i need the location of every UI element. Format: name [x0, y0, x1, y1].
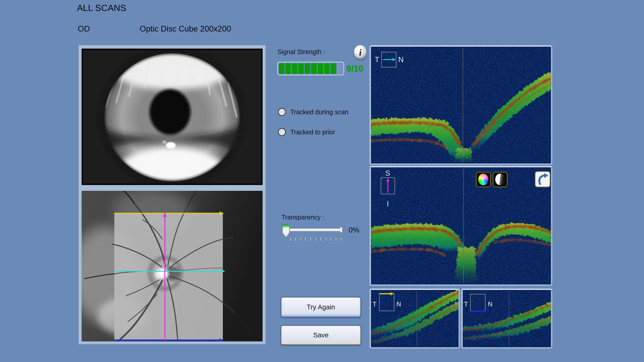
signal-segment	[292, 63, 297, 74]
slider-tick	[320, 238, 321, 241]
transparency-slider-ticks	[290, 238, 341, 241]
signal-segment	[311, 63, 317, 74]
rotate-icon	[536, 172, 550, 187]
tracked-to-prior-option[interactable]: Tracked to prior	[278, 128, 335, 136]
contrast-button[interactable]	[493, 172, 508, 187]
try-again-button[interactable]: Try Again	[281, 297, 361, 317]
tracked-to-prior-label: Tracked to prior	[290, 129, 335, 136]
eye-laterality-label: OD	[78, 24, 90, 33]
fundus-image[interactable]	[82, 191, 262, 342]
slider-tick	[295, 238, 296, 241]
transparency-value: 0%	[348, 226, 359, 234]
orientation-temporal-label: T	[372, 301, 376, 308]
horizontal-bscan-viewport[interactable]: T N	[370, 45, 552, 165]
signal-segment	[318, 63, 323, 74]
fundus-graphic	[82, 191, 262, 342]
scan-type-label: Optic Disc Cube 200x200	[140, 24, 231, 33]
signal-segment	[279, 63, 284, 74]
acquisition-image-panel	[78, 45, 266, 344]
vertical-bscan-viewport[interactable]: S I	[370, 166, 552, 286]
transparency-slider-track[interactable]	[290, 228, 342, 231]
signal-strength-label: Signal Strength :	[278, 48, 325, 55]
oct-review-screen: { "window": { "background": "#6a8ab8", "…	[0, 0, 644, 362]
iris-camera-image	[82, 48, 262, 185]
inferior-bscan-graphic: T N	[463, 290, 551, 347]
slider-tick	[330, 238, 331, 241]
tracked-during-scan-label: Tracked during scan	[290, 108, 348, 116]
orientation-superior-label: S	[385, 169, 390, 177]
orientation-temporal-label: T	[375, 55, 379, 64]
color-wheel-icon	[478, 174, 488, 185]
contrast-icon	[495, 174, 505, 185]
signal-segment	[298, 63, 304, 74]
signal-segment	[285, 63, 291, 74]
transparency-label: Transparency :	[282, 214, 324, 221]
transparency-slider-end	[340, 227, 342, 232]
inferior-bscan-viewport[interactable]: T N	[462, 289, 552, 349]
signal-segment	[304, 63, 310, 74]
orientation-nasal-label: N	[396, 301, 401, 308]
orientation-nasal-label: N	[398, 55, 404, 64]
slider-tick	[336, 238, 336, 241]
color-map-button[interactable]	[476, 172, 491, 187]
orientation-temporal-label: T	[464, 301, 468, 308]
orientation-nasal-label: N	[488, 301, 492, 308]
page-title: ALL SCANS	[77, 2, 126, 13]
superior-bscan-graphic: T N	[371, 290, 458, 347]
slider-tick	[310, 238, 311, 241]
transparency-slider-thumb[interactable]	[282, 224, 290, 237]
slider-tick	[326, 238, 326, 241]
superior-bscan-viewport[interactable]: T N	[370, 289, 460, 349]
slider-tick	[341, 238, 341, 241]
orientation-inferior-label: I	[387, 200, 389, 208]
signal-segment	[337, 63, 342, 74]
iris-camera-graphic	[83, 50, 261, 184]
horizontal-bscan-graphic: T N	[371, 47, 551, 163]
vertical-bscan-graphic: S I	[371, 167, 551, 285]
slider-tick	[300, 238, 301, 241]
signal-strength-bar	[278, 62, 344, 75]
signal-segment	[324, 63, 330, 74]
signal-strength-value: 9/10	[346, 63, 364, 73]
slider-tick	[316, 238, 316, 241]
tracked-during-scan-option[interactable]: Tracked during scan	[278, 108, 348, 116]
slider-tick	[290, 238, 291, 241]
rotate-button[interactable]	[535, 171, 550, 187]
slider-tick	[305, 238, 306, 241]
tracked-to-prior-radio[interactable]	[278, 128, 286, 136]
signal-segment	[330, 63, 336, 74]
save-button[interactable]: Save	[281, 325, 361, 345]
info-icon[interactable]: i	[354, 45, 367, 59]
tracked-during-scan-radio[interactable]	[278, 108, 286, 116]
